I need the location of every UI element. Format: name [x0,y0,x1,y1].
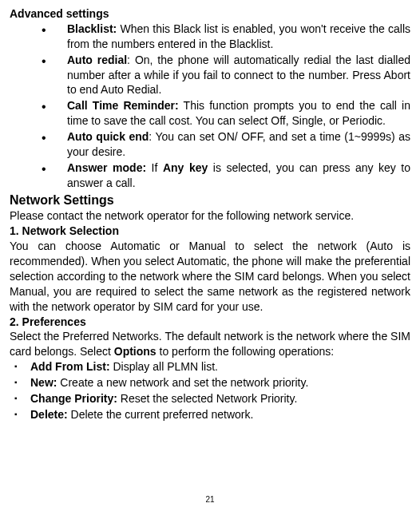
item-label: Call Time Reminder: [67,99,179,112]
network-selection-text: You can choose Automatic or Manual to se… [10,239,410,314]
network-selection-heading: 1. Network Selection [10,224,410,239]
item-label: Change Priority: [30,392,117,405]
list-item: Auto redial: On, the phone will automati… [42,53,410,98]
item-label: Blacklist: [67,22,117,35]
list-item: Call Time Reminder: This function prompt… [42,98,410,129]
item-label-2: Any key [163,161,208,174]
list-item: Delete: Delete the current preferred net… [14,407,410,422]
list-item: New: Create a new network and set the ne… [14,375,410,390]
item-label: Auto quick end [67,130,149,143]
list-item: Change Priority: Reset the selected Netw… [14,391,410,406]
preferences-text: Select the Preferred Networks. The defau… [10,329,410,359]
item-text: Delete the current preferred network. [68,408,254,421]
pref-text-post: to perform the following operations: [157,345,335,358]
item-text: Create a new network and set the network… [57,376,308,389]
list-item: Blacklist: When this Black list is enabl… [42,22,410,52]
item-text: Reset the selected Network Priority. [117,392,297,405]
advanced-settings-list: Blacklist: When this Black list is enabl… [10,22,410,191]
item-text: Display all PLMN list. [110,360,218,373]
preferences-heading: 2. Preferences [10,315,410,330]
page-number: 21 [0,494,420,505]
pref-bold: Options [114,345,157,358]
network-settings-heading: Network Settings [10,192,410,209]
preferences-options-list: Add From List: Display all PLMN list. Ne… [10,359,410,422]
item-label: Add From List: [30,360,110,373]
item-label: Delete: [30,408,68,421]
list-item: Answer mode: If Any key is selected, you… [42,160,410,191]
item-text-pre: If [146,161,163,174]
item-label: Answer mode: [67,161,146,174]
list-item: Auto quick end: You can set ON/ OFF, and… [42,129,410,160]
list-item: Add From List: Display all PLMN list. [14,359,410,374]
item-label: New: [30,376,57,389]
network-intro: Please contact the network operator for … [10,208,410,224]
item-label: Auto redial [67,53,127,66]
advanced-settings-heading: Advanced settings [10,6,410,22]
item-text: When this Black list is enabled, you won… [67,22,410,50]
